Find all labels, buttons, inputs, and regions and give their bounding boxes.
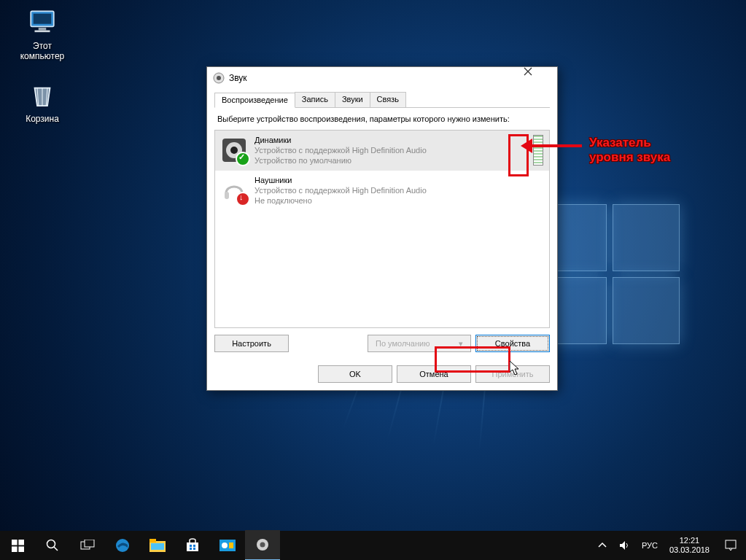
system-tray: РУС 12:21 03.03.2018 xyxy=(592,531,746,560)
svg-rect-30 xyxy=(229,542,233,548)
configure-button[interactable]: Настроить xyxy=(214,335,289,352)
start-button[interactable] xyxy=(0,531,35,560)
annotation-arrow xyxy=(531,144,582,147)
svg-point-29 xyxy=(222,542,228,548)
tab-communication[interactable]: Связь xyxy=(370,92,406,107)
svg-rect-13 xyxy=(12,546,18,552)
sound-dialog: Звук Воспроизведение Запись Звуки Связь … xyxy=(206,66,558,391)
close-button[interactable] xyxy=(524,67,557,89)
task-view-button[interactable] xyxy=(70,531,105,560)
svg-rect-24 xyxy=(190,545,192,547)
this-pc-label: Этот компьютер xyxy=(20,41,65,61)
tray-chevron-up-icon[interactable] xyxy=(592,531,613,560)
taskbar-sound-settings[interactable] xyxy=(245,530,280,560)
desktop-wallpaper[interactable]: Этот компьютер Корзина Звук Воспроизведе… xyxy=(0,0,746,560)
this-pc-icon[interactable]: Этот компьютер xyxy=(15,7,70,61)
svg-rect-1 xyxy=(34,14,52,24)
default-check-icon xyxy=(236,152,250,166)
device-name: Наушники xyxy=(255,175,543,185)
tab-strip: Воспроизведение Запись Звуки Связь xyxy=(214,92,550,108)
svg-rect-21 xyxy=(149,539,156,542)
ok-button[interactable]: OK xyxy=(318,365,392,383)
svg-rect-33 xyxy=(726,540,736,548)
svg-rect-25 xyxy=(193,545,195,547)
dialog-title: Звук xyxy=(229,73,524,83)
svg-rect-23 xyxy=(187,542,198,551)
speaker-icon xyxy=(221,137,247,163)
tray-language[interactable]: РУС xyxy=(636,531,664,560)
tab-sounds[interactable]: Звуки xyxy=(335,92,370,107)
device-name: Динамики xyxy=(255,135,529,145)
tray-clock[interactable]: 12:21 03.03.2018 xyxy=(664,536,715,555)
device-list[interactable]: Динамики Устройство с поддержкой High De… xyxy=(214,130,550,328)
device-speakers[interactable]: Динамики Устройство с поддержкой High De… xyxy=(215,131,549,171)
tab-record[interactable]: Запись xyxy=(295,92,335,107)
svg-rect-2 xyxy=(39,28,47,31)
titlebar[interactable]: Звук xyxy=(207,67,557,89)
tray-volume-icon[interactable] xyxy=(613,531,636,560)
taskbar-edge[interactable] xyxy=(105,531,140,560)
svg-rect-3 xyxy=(35,31,50,33)
highlight-properties-button xyxy=(435,346,510,373)
svg-rect-27 xyxy=(193,548,195,550)
svg-point-8 xyxy=(230,147,238,154)
action-center-icon[interactable] xyxy=(715,531,746,560)
taskbar-store[interactable] xyxy=(175,531,210,560)
svg-rect-18 xyxy=(85,540,94,547)
taskbar-app1[interactable] xyxy=(210,531,245,560)
taskbar-explorer[interactable] xyxy=(140,531,175,560)
taskbar: РУС 12:21 03.03.2018 xyxy=(0,531,746,560)
recycle-bin-icon[interactable]: Корзина xyxy=(15,80,70,124)
svg-rect-26 xyxy=(190,548,192,550)
tab-playback[interactable]: Воспроизведение xyxy=(214,93,295,108)
svg-rect-22 xyxy=(151,543,164,550)
svg-rect-12 xyxy=(18,540,24,545)
headphones-icon xyxy=(221,177,247,203)
recycle-bin-label: Корзина xyxy=(26,114,59,124)
disconnected-icon xyxy=(236,192,250,206)
svg-rect-14 xyxy=(18,546,24,552)
volume-meter xyxy=(533,135,543,166)
svg-point-5 xyxy=(217,76,221,80)
annotation-text: Указатель уровня звука xyxy=(589,136,670,165)
instruction-text: Выберите устройство воспроизведения, пар… xyxy=(217,114,550,124)
svg-rect-9 xyxy=(225,192,229,199)
search-button[interactable] xyxy=(35,531,70,560)
windows-logo-wallpaper xyxy=(540,204,685,350)
device-headphones[interactable]: Наушники Устройство с поддержкой High De… xyxy=(215,171,549,211)
svg-rect-11 xyxy=(12,540,18,545)
sound-icon xyxy=(213,72,225,84)
svg-line-16 xyxy=(54,547,58,551)
svg-point-32 xyxy=(260,542,265,548)
svg-point-15 xyxy=(47,540,55,548)
